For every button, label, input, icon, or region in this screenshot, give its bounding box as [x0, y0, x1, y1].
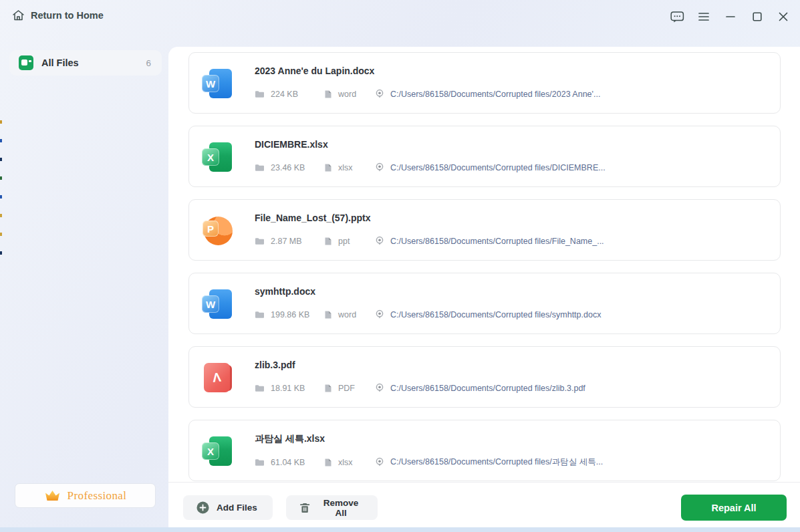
file-type-icon [323, 163, 332, 172]
file-type-icon [323, 458, 332, 467]
file-path: C:/Users/86158/Documents/Corrupted files… [390, 384, 585, 393]
action-bar: Add Files Remove All Repair All [168, 482, 800, 527]
file-name: 2023 Anne'e du Lapin.docx [255, 65, 374, 76]
file-card-6[interactable]: 과탐실 세특.xlsx 61.04 KB xlsx C:/Users/86158… [188, 420, 781, 481]
file-path: C:/Users/86158/Documents/Corrupted files… [390, 310, 601, 319]
file-card-1[interactable]: 2023 Anne'e du Lapin.docx 224 KB word C:… [188, 52, 781, 114]
word-file-icon [201, 288, 233, 320]
repair-all-label: Repair All [711, 503, 756, 513]
minimize-button[interactable] [720, 7, 741, 26]
all-files-count-badge: 6 [146, 58, 151, 68]
file-type-icon [323, 237, 332, 246]
file-type-icon [323, 90, 332, 99]
home-icon [12, 9, 25, 21]
all-files-icon [19, 55, 33, 70]
location-pin-icon [375, 457, 384, 467]
file-type: word [338, 90, 356, 99]
folder-icon [255, 384, 265, 392]
file-card-4[interactable]: symhttp.docx 199.86 KB word C:/Users/861… [188, 273, 781, 334]
location-pin-icon [375, 383, 384, 393]
file-type-icon [323, 384, 332, 393]
hamburger-menu-icon [698, 12, 710, 21]
maximize-icon [753, 12, 762, 21]
file-size: 2.87 MB [271, 237, 302, 246]
file-size: 61.04 KB [271, 458, 305, 467]
folder-icon [255, 310, 265, 319]
remove-all-label: Remove All [317, 498, 364, 518]
maximize-button[interactable] [747, 7, 767, 26]
menu-button[interactable] [694, 7, 714, 26]
file-size: 224 KB [271, 90, 298, 99]
repair-all-button[interactable]: Repair All [681, 495, 787, 521]
return-to-home-button[interactable]: Return to Home [12, 9, 104, 21]
minimize-icon [726, 15, 735, 18]
folder-icon [255, 90, 265, 98]
file-name: File_Name_Lost_(57).pptx [255, 213, 371, 223]
file-card-2[interactable]: DICIEMBRE.xlsx 23.46 KB xlsx C:/Users/86… [188, 126, 781, 187]
trash-icon [299, 502, 310, 514]
file-path: C:/Users/86158/Documents/Corrupted files… [390, 456, 603, 468]
location-pin-icon [375, 309, 384, 319]
file-type-icon [323, 310, 332, 319]
file-name: symhttp.docx [255, 286, 315, 297]
file-card-3[interactable]: File_Name_Lost_(57).pptx 2.87 MB ppt C:/… [188, 199, 781, 261]
file-name: zlib.3.pdf [255, 360, 295, 370]
location-pin-icon [375, 162, 384, 172]
close-button[interactable] [773, 7, 793, 26]
excel-file-icon [201, 435, 233, 467]
file-size: 18.91 KB [271, 384, 305, 393]
file-size: 199.86 KB [271, 310, 309, 319]
desktop-edge-artifacts [0, 120, 3, 274]
remove-all-button[interactable]: Remove All [286, 495, 378, 520]
title-bar: Return to Home [0, 0, 800, 35]
feedback-chat-button[interactable] [667, 7, 687, 26]
pdf-file-icon [201, 362, 233, 394]
file-path: C:/Users/86158/Documents/Corrupted files… [390, 237, 604, 246]
main-panel: 2023 Anne'e du Lapin.docx 224 KB word C:… [168, 47, 800, 527]
file-list: 2023 Anne'e du Lapin.docx 224 KB word C:… [168, 47, 800, 483]
professional-upgrade-button[interactable]: Professional [15, 483, 156, 508]
add-files-label: Add Files [217, 503, 257, 513]
file-name: DICIEMBRE.xlsx [255, 139, 328, 150]
word-file-icon [201, 68, 233, 100]
plus-circle-icon [196, 501, 209, 514]
location-pin-icon [375, 89, 384, 99]
file-type: PDF [338, 384, 355, 393]
file-type: xlsx [338, 458, 353, 467]
powerpoint-file-icon [201, 215, 233, 247]
close-icon [779, 12, 788, 21]
file-path: C:/Users/86158/Documents/Corrupted files… [390, 90, 600, 99]
professional-label: Professional [68, 489, 127, 503]
file-type: word [338, 310, 356, 319]
location-pin-icon [375, 236, 384, 246]
file-size: 23.46 KB [271, 163, 305, 172]
crown-icon [44, 489, 61, 502]
sidebar-item-all-files[interactable]: All Files 6 [9, 50, 162, 76]
file-card-5[interactable]: zlib.3.pdf 18.91 KB PDF C:/Users/86158/D… [188, 346, 781, 408]
add-files-button[interactable]: Add Files [183, 495, 273, 520]
all-files-label: All Files [41, 57, 146, 68]
folder-icon [255, 237, 265, 245]
folder-icon [255, 458, 265, 467]
return-to-home-label: Return to Home [31, 10, 104, 21]
file-type: ppt [338, 237, 350, 246]
file-path: C:/Users/86158/Documents/Corrupted files… [390, 163, 606, 172]
file-name: 과탐실 세특.xlsx [255, 433, 325, 445]
window-bottom-edge [0, 527, 800, 532]
folder-icon [255, 163, 265, 172]
excel-file-icon [201, 141, 233, 173]
chat-bubble-icon [670, 11, 684, 23]
file-type: xlsx [338, 163, 353, 172]
